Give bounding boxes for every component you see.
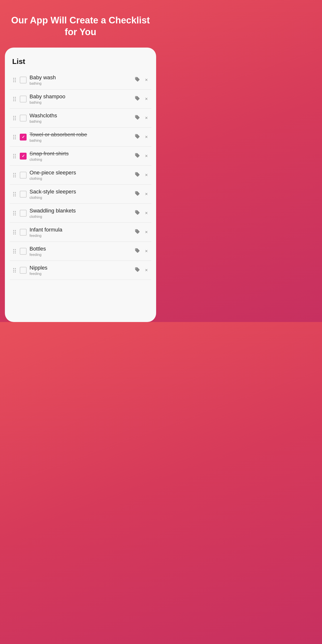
- item-category: feeding: [30, 272, 131, 276]
- tag-icon[interactable]: [134, 114, 141, 122]
- tag-icon[interactable]: [134, 247, 141, 256]
- checkbox[interactable]: [20, 172, 26, 178]
- drag-handle-icon[interactable]: [12, 248, 17, 254]
- close-icon[interactable]: ×: [144, 228, 149, 236]
- list-item: Sack-style sleepersclothing×: [10, 185, 151, 204]
- item-name: Baby wash: [30, 74, 131, 81]
- close-icon[interactable]: ×: [144, 114, 149, 122]
- checkbox[interactable]: [20, 191, 26, 198]
- item-name: Towel or absorbent robe: [30, 132, 131, 138]
- drag-handle-icon[interactable]: [12, 115, 17, 121]
- list-item: Washclothsbathing×: [10, 108, 151, 128]
- item-text: Sack-style sleepersclothing: [30, 188, 131, 200]
- close-icon[interactable]: ×: [144, 76, 149, 84]
- list-item: Nipplesfeeding×: [10, 261, 151, 280]
- header-title: Our App Will Create a Checklist for You: [10, 15, 151, 38]
- item-text: Snap front shirtsclothing: [30, 150, 131, 162]
- close-icon[interactable]: ×: [144, 209, 149, 217]
- item-category: feeding: [30, 234, 131, 238]
- list-item: Towel or absorbent robebathing×: [10, 128, 151, 146]
- checklist-card: List Baby washbathing× Baby shampoobathi…: [5, 48, 156, 322]
- item-text: Washclothsbathing: [30, 112, 131, 124]
- item-category: feeding: [30, 252, 131, 256]
- item-text: Nipplesfeeding: [30, 265, 131, 276]
- drag-handle-icon[interactable]: [12, 229, 17, 236]
- item-text: Infant formulafeeding: [30, 226, 131, 238]
- checkbox[interactable]: [20, 134, 26, 140]
- close-icon[interactable]: ×: [144, 152, 149, 160]
- item-text: Baby washbathing: [30, 74, 131, 86]
- checkbox[interactable]: [20, 153, 26, 160]
- close-icon[interactable]: ×: [144, 247, 149, 255]
- checkbox[interactable]: [20, 267, 26, 274]
- item-name: Nipples: [30, 265, 131, 271]
- tag-icon[interactable]: [134, 266, 141, 274]
- drag-handle-icon[interactable]: [12, 210, 17, 216]
- item-name: Baby shampoo: [30, 94, 131, 100]
- tag-icon[interactable]: [134, 190, 141, 198]
- list-item: Baby washbathing×: [10, 70, 151, 90]
- checkbox[interactable]: [20, 115, 26, 122]
- drag-handle-icon[interactable]: [12, 267, 17, 274]
- tag-icon[interactable]: [134, 133, 141, 141]
- tag-icon[interactable]: [134, 228, 141, 236]
- item-name: Snap front shirts: [30, 150, 131, 157]
- item-text: Baby shampoobathing: [30, 94, 131, 104]
- checkbox[interactable]: [20, 229, 26, 236]
- close-icon[interactable]: ×: [144, 266, 149, 274]
- tag-icon[interactable]: [134, 152, 141, 160]
- checkbox[interactable]: [20, 210, 26, 216]
- item-category: clothing: [30, 214, 131, 218]
- drag-handle-icon[interactable]: [12, 96, 17, 102]
- list-item: Infant formulafeeding×: [10, 223, 151, 242]
- drag-handle-icon[interactable]: [12, 153, 17, 159]
- tag-icon[interactable]: [134, 95, 141, 103]
- list-container: Baby washbathing× Baby shampoobathing× W…: [10, 70, 151, 280]
- drag-handle-icon[interactable]: [12, 77, 17, 83]
- close-icon[interactable]: ×: [144, 190, 149, 198]
- close-icon[interactable]: ×: [144, 171, 149, 179]
- item-category: bathing: [30, 138, 131, 142]
- item-name: Bottles: [30, 246, 131, 252]
- item-category: bathing: [30, 119, 131, 124]
- item-category: clothing: [30, 196, 131, 200]
- item-category: bathing: [30, 100, 131, 104]
- checkbox[interactable]: [20, 76, 26, 84]
- drag-handle-icon[interactable]: [12, 134, 17, 140]
- item-name: Sack-style sleepers: [30, 188, 131, 195]
- list-item: Bottlesfeeding×: [10, 242, 151, 261]
- list-item: Snap front shirtsclothing×: [10, 146, 151, 166]
- item-name: Washcloths: [30, 112, 131, 119]
- list-item: Baby shampoobathing×: [10, 90, 151, 108]
- list-item: Swaddling blanketsclothing×: [10, 204, 151, 223]
- item-category: bathing: [30, 81, 131, 86]
- drag-handle-icon[interactable]: [12, 172, 17, 178]
- item-name: Infant formula: [30, 226, 131, 233]
- item-text: Towel or absorbent robebathing: [30, 132, 131, 142]
- drag-handle-icon[interactable]: [12, 191, 17, 197]
- list-title: List: [10, 57, 151, 66]
- checkbox[interactable]: [20, 96, 26, 102]
- tag-icon[interactable]: [134, 171, 141, 179]
- header: Our App Will Create a Checklist for You: [0, 0, 161, 48]
- item-category: clothing: [30, 157, 131, 162]
- list-item: One-piece sleepersclothing×: [10, 166, 151, 185]
- item-text: One-piece sleepersclothing: [30, 170, 131, 180]
- item-text: Swaddling blanketsclothing: [30, 208, 131, 218]
- item-category: clothing: [30, 176, 131, 180]
- item-name: One-piece sleepers: [30, 170, 131, 176]
- tag-icon[interactable]: [134, 76, 141, 84]
- item-text: Bottlesfeeding: [30, 246, 131, 256]
- close-icon[interactable]: ×: [144, 95, 149, 103]
- checkbox[interactable]: [20, 248, 26, 255]
- close-icon[interactable]: ×: [144, 133, 149, 141]
- tag-icon[interactable]: [134, 209, 141, 217]
- item-name: Swaddling blankets: [30, 208, 131, 214]
